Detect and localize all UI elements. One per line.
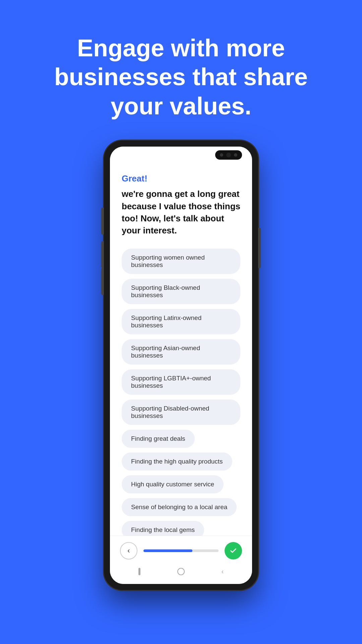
camera-dot-main xyxy=(226,153,231,157)
interest-chip[interactable]: Supporting Black-owned businesses xyxy=(122,279,240,304)
hero-title: Engage with more businesses that share y… xyxy=(0,0,362,141)
progress-row: ‹ xyxy=(120,542,242,559)
android-nav: ‹ xyxy=(120,566,242,577)
phone-top-bar xyxy=(110,147,252,163)
phone-content: Great! we're gonna get a long great beca… xyxy=(110,163,252,536)
interest-chip[interactable]: High quality customer service xyxy=(122,475,224,493)
interest-chip[interactable]: Finding great deals xyxy=(122,430,195,448)
camera-dot-right xyxy=(234,153,237,157)
interest-chip[interactable]: Supporting Disabled-owned businesses xyxy=(122,399,240,425)
interest-chip[interactable]: Supporting women owned businesses xyxy=(122,249,240,274)
back-button[interactable]: ‹ xyxy=(120,542,137,559)
interest-chip[interactable]: Finding the high quality products xyxy=(122,452,232,471)
interest-chip[interactable]: Supporting LGBTIA+-owned businesses xyxy=(122,369,240,395)
phone-bottom-bar: ‹ ‹ xyxy=(110,536,252,584)
camera-dot-left xyxy=(220,153,223,157)
interest-chip[interactable]: Finding the local gems xyxy=(122,521,204,536)
interest-chip[interactable]: Sense of belonging to a local area xyxy=(122,498,237,516)
phone-screen: Great! we're gonna get a long great beca… xyxy=(110,147,252,584)
interest-chip[interactable]: Supporting Asian-owned businesses xyxy=(122,339,240,365)
progress-bar-wrapper xyxy=(143,549,219,552)
progress-bar-fill xyxy=(143,549,192,552)
interest-chip[interactable]: Supporting Latinx-owned businesses xyxy=(122,309,240,334)
greeting-text: we're gonna get a long great because I v… xyxy=(122,188,240,237)
chips-container: Supporting women owned businessesSupport… xyxy=(122,249,240,536)
greeting-label: Great! xyxy=(122,173,240,184)
camera-pill xyxy=(215,150,242,160)
nav-home-icon xyxy=(177,568,185,575)
phone-mockup: Great! we're gonna get a long great beca… xyxy=(104,141,258,590)
nav-back-icon: ‹ xyxy=(221,568,224,575)
nav-lines-icon xyxy=(138,568,140,575)
next-button[interactable] xyxy=(225,542,242,559)
